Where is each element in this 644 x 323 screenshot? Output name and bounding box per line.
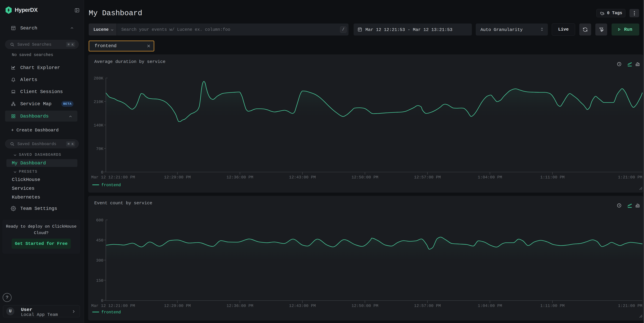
svg-text:1:04:00 PM: 1:04:00 PM	[478, 175, 502, 180]
svg-text:280K: 280K	[94, 76, 104, 81]
svg-text:12:57:00 PM: 12:57:00 PM	[414, 175, 441, 180]
svg-text:12:29:00 PM: 12:29:00 PM	[164, 175, 191, 180]
svg-text:12:43:00 PM: 12:43:00 PM	[289, 303, 316, 308]
svg-text:1:11:00 PM: 1:11:00 PM	[540, 175, 564, 180]
svg-text:0: 0	[101, 170, 104, 175]
svg-text:12:36:00 PM: 12:36:00 PM	[226, 303, 253, 308]
svg-text:Mar 12 12:21:00 PM: Mar 12 12:21:00 PM	[91, 303, 135, 308]
svg-text:150: 150	[96, 278, 104, 283]
svg-text:Mar 12 12:21:00 PM: Mar 12 12:21:00 PM	[91, 175, 135, 180]
svg-text:1:21:00 PM: 1:21:00 PM	[618, 303, 642, 308]
svg-text:12:57:00 PM: 12:57:00 PM	[414, 303, 441, 308]
svg-text:210K: 210K	[94, 100, 104, 104]
svg-text:frontend: frontend	[101, 183, 121, 187]
svg-text:140K: 140K	[94, 123, 104, 128]
svg-text:300: 300	[96, 258, 104, 263]
svg-text:1:11:00 PM: 1:11:00 PM	[540, 303, 564, 308]
svg-text:12:29:00 PM: 12:29:00 PM	[164, 303, 191, 308]
svg-text:frontend: frontend	[101, 310, 121, 314]
svg-text:1:04:00 PM: 1:04:00 PM	[478, 303, 502, 308]
svg-text:12:36:00 PM: 12:36:00 PM	[226, 175, 253, 180]
svg-text:450: 450	[96, 238, 104, 243]
svg-text:12:43:00 PM: 12:43:00 PM	[289, 175, 316, 180]
svg-text:12:50:00 PM: 12:50:00 PM	[352, 303, 378, 308]
svg-text:12:50:00 PM: 12:50:00 PM	[352, 175, 378, 180]
svg-text:1:21:00 PM: 1:21:00 PM	[618, 175, 642, 180]
svg-text:70K: 70K	[96, 147, 104, 151]
svg-text:600: 600	[96, 218, 104, 223]
svg-text:0: 0	[101, 298, 104, 303]
